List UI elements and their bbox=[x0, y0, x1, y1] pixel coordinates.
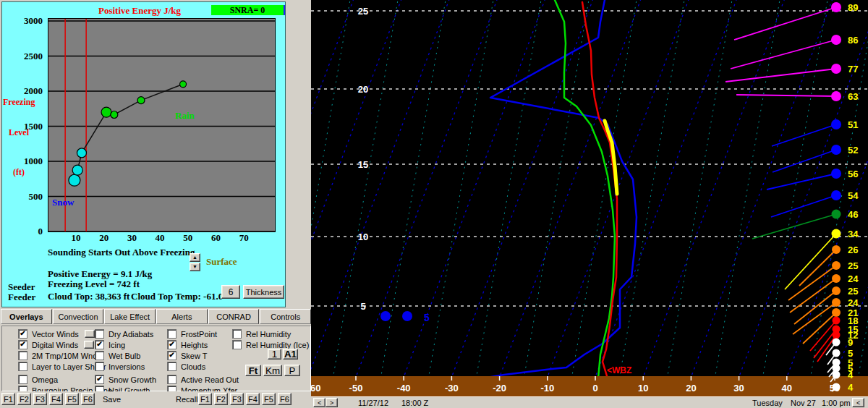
sounding-note: Sounding Starts Out Above Freezing bbox=[48, 247, 195, 258]
rain-energy-point bbox=[111, 111, 118, 118]
checkbox-row-snow-growth[interactable]: ✔Snow Growth bbox=[95, 374, 156, 385]
recall-f5-button[interactable]: F5 bbox=[262, 393, 276, 405]
tab-overlays[interactable]: Overlays bbox=[1, 309, 52, 324]
km-units-button[interactable]: Km bbox=[263, 365, 282, 376]
checkbox-label-icing: Icing bbox=[109, 341, 125, 349]
tab-conrad[interactable]: CONRAD bbox=[208, 309, 260, 324]
skewt-chart[interactable]: 252015105<WBZ5-60-50-40-30-20-1001020304… bbox=[311, 0, 868, 396]
six-button[interactable]: 6 bbox=[221, 285, 240, 299]
step-back-button[interactable]: < bbox=[852, 398, 864, 407]
time-prev-button[interactable]: < bbox=[313, 398, 326, 407]
profile-1-button[interactable]: 1 bbox=[268, 349, 281, 360]
save-f2-button[interactable]: F2 bbox=[17, 393, 31, 405]
save-f1-button[interactable]: F1 bbox=[1, 393, 15, 405]
checkbox-dry-adiabats[interactable] bbox=[95, 329, 104, 339]
checkbox-row-clouds[interactable]: Clouds bbox=[167, 361, 239, 372]
valid-day: Tuesday bbox=[752, 399, 783, 407]
tab-alerts[interactable]: Alerts bbox=[156, 309, 208, 324]
spinner-up-button[interactable]: ▲ bbox=[190, 253, 200, 262]
recall-f2-button[interactable]: F2 bbox=[214, 393, 228, 405]
checkbox-row-dry-adiabats[interactable]: Dry Adiabats bbox=[95, 328, 156, 339]
recall-f3-button[interactable]: F3 bbox=[230, 393, 244, 405]
temp-tick--60: -60 bbox=[311, 383, 320, 394]
wind-dot bbox=[832, 210, 841, 219]
checkbox-row-active-read-out[interactable]: Active Read Out bbox=[167, 374, 239, 385]
save-f4-button[interactable]: F4 bbox=[49, 393, 63, 405]
wind-dot bbox=[833, 331, 841, 339]
wind-dot bbox=[832, 286, 841, 295]
positive-energy-plot: RainSnow bbox=[48, 18, 276, 232]
checkbox-frostpoint[interactable] bbox=[167, 329, 176, 339]
y-tick-0: 0 bbox=[2, 226, 43, 237]
save-f5-button[interactable]: F5 bbox=[65, 393, 79, 405]
feet-units-button[interactable]: Ft bbox=[245, 365, 261, 376]
time-next-button[interactable]: > bbox=[326, 398, 338, 407]
thickness-button[interactable]: Thickness bbox=[243, 285, 284, 299]
x-tick-30: 30 bbox=[122, 232, 141, 244]
wind-speed-label: 54 bbox=[848, 190, 859, 201]
checkbox-row-skew-t[interactable]: ✔Skew T bbox=[167, 350, 239, 361]
height-label-20km: 20 bbox=[358, 84, 368, 95]
checkbox-heights[interactable]: ✔ bbox=[167, 340, 176, 349]
checkbox-rel-humidity[interactable] bbox=[232, 329, 242, 339]
snow-energy-point bbox=[72, 165, 82, 175]
wind-speed-label: 24 bbox=[848, 297, 859, 308]
checkbox-skew-t[interactable]: ✔ bbox=[167, 351, 176, 360]
checkbox-rel-humidity-ice[interactable] bbox=[232, 340, 242, 349]
left-column: Positive Energy J/kg SNRA= 0 Freezing Le… bbox=[0, 0, 311, 408]
tab-convection[interactable]: Convection bbox=[53, 309, 104, 324]
positive-energy-chart: RainSnow bbox=[48, 19, 275, 231]
checkbox-icing[interactable]: ✔ bbox=[95, 340, 104, 349]
x-tick-10: 10 bbox=[67, 232, 85, 244]
rain-zone-label: Rain bbox=[175, 110, 195, 121]
checkbox-snow-growth[interactable]: ✔ bbox=[95, 375, 104, 384]
profile-a1-button[interactable]: A1 bbox=[283, 349, 298, 360]
tab-lake-effect[interactable]: Lake Effect bbox=[104, 309, 156, 324]
recall-f6-button[interactable]: F6 bbox=[278, 393, 292, 405]
wind-dot bbox=[832, 229, 841, 239]
y-tick-2000: 2000 bbox=[2, 85, 43, 97]
recall-f4-button[interactable]: F4 bbox=[246, 393, 260, 405]
checkbox-active-read-out[interactable] bbox=[167, 375, 176, 384]
checkbox-inversions[interactable] bbox=[95, 362, 104, 371]
wind-dot bbox=[833, 383, 841, 391]
positive-energy-panel: Positive Energy J/kg SNRA= 0 Freezing Le… bbox=[1, 1, 286, 307]
spinner-down-button[interactable]: ▼ bbox=[190, 263, 200, 271]
tab-strip: OverlaysConvectionLake EffectAlertsCONRA… bbox=[0, 308, 311, 323]
y-tick-500: 500 bbox=[2, 191, 43, 203]
wind-speed-label: 9 bbox=[848, 337, 853, 348]
wind-dot bbox=[833, 349, 841, 357]
save-f3-button[interactable]: F3 bbox=[33, 393, 47, 405]
temp-tick-30: 30 bbox=[733, 383, 744, 394]
overlay-column-2: Dry Adiabats✔IcingWet BulbInversions✔Sno… bbox=[95, 328, 156, 396]
wind-dot bbox=[832, 308, 841, 317]
options-button-digital-winds[interactable] bbox=[84, 341, 94, 349]
valid-time: 1:00 pm bbox=[822, 399, 851, 407]
checkbox-row-icing[interactable]: ✔Icing bbox=[95, 339, 156, 350]
checkbox-label-vector-winds: Vector Winds bbox=[32, 330, 79, 339]
freezing-level-value: Freezing Level = 742 ft bbox=[48, 279, 140, 290]
checkbox-row-frostpoint[interactable]: FrostPoint bbox=[167, 328, 239, 339]
checkbox-row-heights[interactable]: ✔Heights bbox=[167, 339, 239, 350]
temp-tick--50: -50 bbox=[349, 383, 363, 394]
checkbox-layer-to-layer-shear[interactable] bbox=[18, 362, 27, 371]
options-button-vector-winds[interactable] bbox=[85, 330, 95, 338]
recall-f1-button[interactable]: F1 bbox=[198, 393, 212, 405]
skewt-status-bar: < > 11/27/12 18:00 Z Tuesday Nov 27 1:00… bbox=[311, 396, 868, 408]
checkbox-omega[interactable] bbox=[18, 375, 27, 384]
tab-controls[interactable]: Controls bbox=[260, 309, 311, 324]
checkbox-wet-bulb[interactable] bbox=[95, 351, 104, 360]
wind-dot bbox=[832, 298, 841, 307]
checkbox-row-wet-bulb[interactable]: Wet Bulb bbox=[95, 350, 156, 361]
save-f6-button[interactable]: F6 bbox=[81, 393, 95, 405]
overlay-column-3: FrostPoint✔Heights✔Skew TCloudsActive Re… bbox=[167, 328, 239, 396]
model-run-time: 18:00 Z bbox=[401, 399, 428, 407]
checkbox-digital-winds[interactable]: ✔ bbox=[18, 340, 27, 349]
checkbox-2m-tmp-10m-wnd[interactable] bbox=[18, 351, 27, 360]
checkbox-clouds[interactable] bbox=[167, 362, 176, 371]
wind-dot bbox=[831, 119, 841, 129]
checkbox-vector-winds[interactable]: ✔ bbox=[18, 329, 27, 339]
checkbox-row-inversions[interactable]: Inversions bbox=[95, 361, 156, 372]
checkbox-row-rel-humidity[interactable]: Rel Humidity bbox=[232, 328, 309, 339]
pressure-units-button[interactable]: P bbox=[284, 365, 300, 376]
